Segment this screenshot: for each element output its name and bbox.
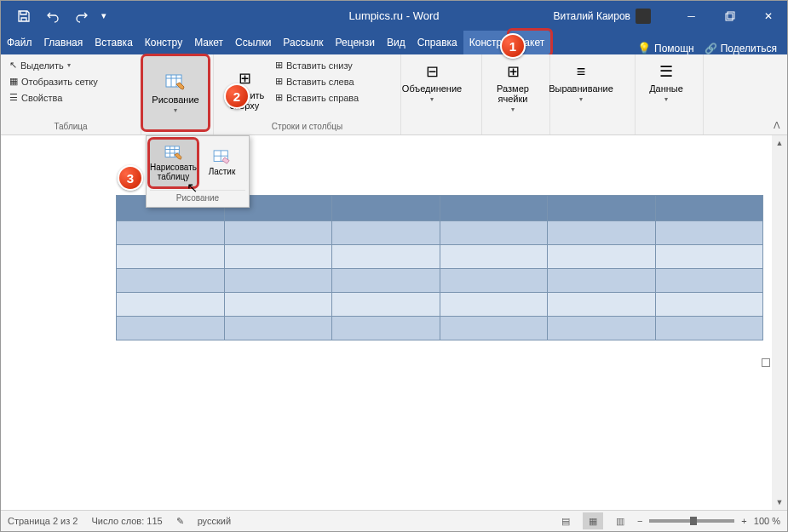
zoom-level[interactable]: 100 % [754, 516, 780, 526]
quick-access-toolbar: ▾ [11, 3, 110, 29]
ribbon-group-merge: ⊟ Объединение ▾ [401, 54, 482, 134]
insert-below-icon: ⊞ [275, 60, 283, 71]
language-indicator[interactable]: русский [198, 516, 231, 526]
undo-icon[interactable] [40, 3, 66, 29]
select-button[interactable]: ↖Выделить▾ [6, 58, 101, 72]
table-row [117, 221, 763, 245]
window-controls: ─ ✕ [672, 1, 787, 31]
table-row [117, 269, 763, 293]
word-count[interactable]: Число слов: 115 [91, 516, 162, 526]
draw-table-icon [164, 146, 183, 161]
cellsize-icon: ⊞ [503, 61, 523, 82]
grid-icon: ▦ [9, 76, 18, 87]
popup-group-label: Рисование [150, 190, 245, 203]
insert-right-icon: ⊞ [275, 92, 283, 103]
qat-customize-icon[interactable]: ▾ [98, 3, 110, 29]
data-icon: ☰ [656, 61, 676, 82]
save-icon[interactable] [11, 3, 37, 29]
ribbon-group-drawing: Рисование ▾ [141, 54, 214, 134]
print-layout-button[interactable]: ▦ [583, 512, 603, 529]
align-icon: ≡ [571, 61, 591, 82]
tab-insert[interactable]: Вставка [89, 31, 139, 54]
svg-rect-0 [726, 14, 733, 20]
word-table[interactable] [116, 195, 763, 340]
user-account[interactable]: Виталий Каиров [553, 9, 651, 24]
restore-button[interactable] [710, 1, 749, 31]
read-mode-button[interactable]: ▤ [555, 512, 576, 529]
zoom-thumb[interactable] [690, 517, 697, 525]
svg-rect-1 [728, 12, 734, 19]
collapse-ribbon-button[interactable]: ᐱ [774, 120, 780, 131]
tab-home[interactable]: Главная [38, 31, 89, 54]
tab-design[interactable]: Констру [139, 31, 188, 54]
insert-left-icon: ⊞ [275, 76, 283, 87]
share-button[interactable]: 🔗Поделиться [705, 43, 777, 54]
insert-left-button[interactable]: ⊞Вставить слева [272, 74, 362, 89]
ribbon-group-table: ↖Выделить▾ ▦Отобразить сетку ☰Свойства Т… [1, 54, 141, 134]
web-layout-button[interactable]: ▥ [610, 512, 630, 529]
scroll-down-button[interactable]: ▼ [772, 495, 787, 510]
tab-mailings[interactable]: Рассылк [277, 31, 329, 54]
tab-view[interactable]: Вид [381, 31, 411, 54]
cellsize-dropdown[interactable]: ⊞ Размер ячейки ▾ [487, 58, 538, 117]
view-gridlines-button[interactable]: ▦Отобразить сетку [6, 74, 101, 89]
window-title: Lumpics.ru - Word [349, 9, 440, 22]
data-dropdown[interactable]: ☰ Данные ▾ [641, 58, 692, 106]
tab-references[interactable]: Ссылки [229, 31, 277, 54]
zoom-in-button[interactable]: + [741, 516, 746, 526]
ribbon: ↖Выделить▾ ▦Отобразить сетку ☰Свойства Т… [1, 54, 787, 135]
page-indicator[interactable]: Страница 2 из 2 [8, 516, 78, 526]
table-row [117, 293, 763, 317]
callout-2: 2 [224, 83, 250, 109]
zoom-slider[interactable] [649, 519, 734, 523]
insert-below-button[interactable]: ⊞Вставить снизу [272, 58, 362, 72]
share-icon: 🔗 [705, 43, 717, 54]
table-row [117, 317, 763, 340]
draw-table-icon [165, 72, 186, 93]
status-bar: Страница 2 из 2 Число слов: 115 ✎ русски… [1, 510, 787, 531]
callout-1: 1 [500, 33, 526, 59]
close-button[interactable]: ✕ [749, 1, 787, 31]
tab-file[interactable]: Файл [1, 31, 38, 54]
merge-icon: ⊟ [422, 61, 442, 82]
redo-icon[interactable] [69, 3, 95, 29]
eraser-button[interactable]: Ластик [198, 140, 245, 186]
ribbon-group-cellsize: ⊞ Размер ячейки ▾ [482, 54, 550, 134]
lightbulb-icon: 💡 [637, 42, 651, 54]
title-bar: ▾ Lumpics.ru - Word Виталий Каиров ─ ✕ [1, 1, 787, 31]
zoom-out-button[interactable]: − [637, 516, 642, 526]
proofing-icon[interactable]: ✎ [176, 516, 184, 527]
document-area[interactable]: ▲ ▼ [1, 135, 787, 510]
user-avatar-icon [636, 9, 651, 24]
merge-dropdown[interactable]: ⊟ Объединение ▾ [406, 58, 457, 106]
callout-3: 3 [118, 165, 143, 191]
minimize-button[interactable]: ─ [672, 1, 710, 31]
scroll-up-button[interactable]: ▲ [772, 135, 787, 151]
align-dropdown[interactable]: ≡ Выравнивание ▾ [555, 58, 607, 106]
cursor-icon: ↖ [9, 60, 17, 71]
insert-right-button[interactable]: ⊞Вставить справа [272, 90, 362, 105]
tab-layout[interactable]: Макет [188, 31, 229, 54]
vertical-scrollbar[interactable]: ▲ ▼ [772, 135, 787, 510]
drawing-popup: Нарисовать таблицу Ластик Рисование [146, 135, 250, 208]
ribbon-group-align: ≡ Выравнивание ▾ [550, 54, 636, 134]
ribbon-tabs: Файл Главная Вставка Констру Макет Ссылк… [1, 31, 787, 54]
table-row [117, 245, 763, 269]
eraser-icon [213, 150, 232, 165]
tab-review[interactable]: Рецензи [330, 31, 381, 54]
draw-table-button[interactable]: Нарисовать таблицу [150, 140, 197, 186]
group-label-table: Таблица [6, 120, 135, 133]
tab-help[interactable]: Справка [411, 31, 463, 54]
ribbon-group-data: ☰ Данные ▾ [636, 54, 704, 134]
properties-button[interactable]: ☰Свойства [6, 90, 101, 105]
user-name: Виталий Каиров [553, 10, 630, 22]
table-resize-handle[interactable] [762, 358, 770, 367]
group-label-rows-cols: Строки и столбцы [219, 120, 395, 133]
properties-icon: ☰ [9, 92, 18, 103]
tell-me-button[interactable]: 💡Помощн [637, 42, 694, 54]
drawing-dropdown[interactable]: Рисование ▾ [143, 56, 208, 129]
chevron-down-icon: ▾ [174, 106, 177, 114]
